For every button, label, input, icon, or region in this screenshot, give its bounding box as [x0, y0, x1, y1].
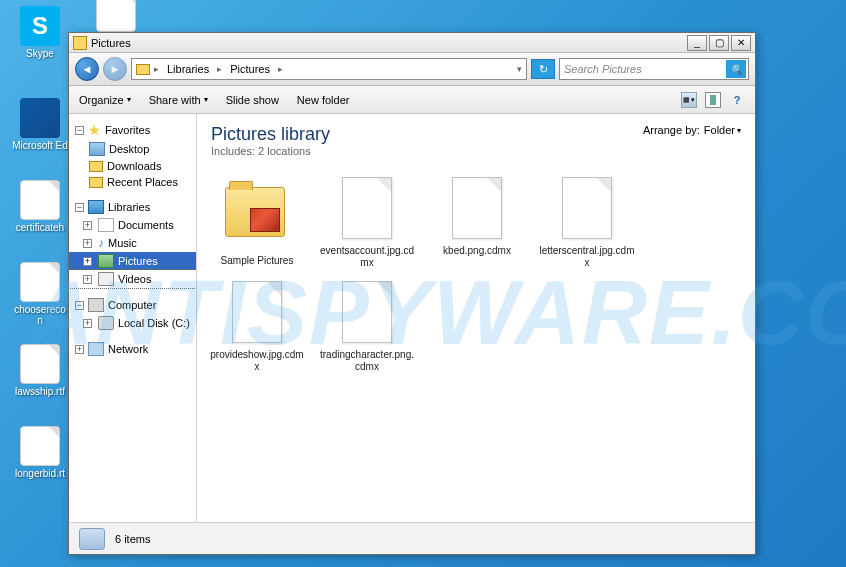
preview-pane-button[interactable] [705, 92, 721, 108]
navbar: ◄ ► ▸ Libraries ▸ Pictures ▸ ▾ ↻ Search … [69, 53, 755, 86]
file-icon [20, 344, 60, 384]
tree-item-desktop[interactable]: Desktop [69, 140, 196, 158]
content-pane: Pictures library Includes: 2 locations A… [197, 114, 755, 522]
tree-favorites[interactable]: − ★ Favorites [69, 120, 196, 140]
libraries-icon [88, 200, 104, 214]
slideshow-button[interactable]: Slide show [226, 94, 279, 106]
expand-icon[interactable]: + [83, 319, 92, 328]
tree-item-downloads[interactable]: Downloads [69, 158, 196, 174]
address-bar[interactable]: ▸ Libraries ▸ Pictures ▸ ▾ [131, 58, 527, 80]
document-icon [98, 218, 114, 232]
folder-icon [136, 64, 150, 75]
file-item[interactable]: eventsaccount.jpg.cdmx [319, 177, 415, 269]
file-thumb-icon [562, 177, 612, 239]
library-title: Pictures library [211, 124, 330, 145]
search-button[interactable]: 🔍 [726, 60, 746, 78]
skype-icon: S [20, 6, 60, 46]
folder-icon [73, 36, 87, 50]
star-icon: ★ [88, 122, 101, 138]
tree-network[interactable]: + Network [69, 340, 196, 358]
refresh-button[interactable]: ↻ [531, 59, 555, 79]
expand-icon[interactable]: + [75, 345, 84, 354]
videos-icon [98, 272, 114, 286]
window-title: Pictures [91, 37, 687, 49]
file-item-folder[interactable]: Sample Pictures [209, 177, 305, 269]
chevron-down-icon[interactable]: ▾ [517, 64, 522, 74]
organize-menu[interactable]: Organize▾ [79, 94, 131, 106]
desktop-icon-doc[interactable] [88, 0, 144, 34]
desktop-icon-doc[interactable]: certificateh [12, 180, 68, 233]
folder-icon [89, 177, 103, 188]
navigation-tree: − ★ Favorites Desktop Downloads Recent P… [69, 114, 197, 522]
file-thumb-icon [452, 177, 502, 239]
close-button[interactable]: ✕ [731, 35, 751, 51]
network-icon [88, 342, 104, 356]
view-button[interactable]: ▦ ▾ [681, 92, 697, 108]
pictures-icon [98, 254, 114, 268]
music-icon: ♪ [98, 236, 104, 250]
desktop-icon-doc[interactable]: longerbid.rt [12, 426, 68, 479]
tree-libraries[interactable]: − Libraries [69, 198, 196, 216]
chevron-right-icon: ▸ [154, 64, 159, 74]
expand-icon[interactable]: + [83, 275, 92, 284]
toolbar: Organize▾ Share with▾ Slide show New fol… [69, 86, 755, 114]
maximize-button[interactable]: ▢ [709, 35, 729, 51]
desktop-icon-skype[interactable]: S Skype [12, 6, 68, 59]
tree-item-recent[interactable]: Recent Places [69, 174, 196, 190]
desktop-icon [89, 142, 105, 156]
file-icon [20, 180, 60, 220]
arrange-label: Arrange by: [643, 124, 700, 136]
desktop-icon-doc[interactable]: chooserecon [12, 262, 68, 326]
computer-icon [88, 298, 104, 312]
folder-thumb-icon [225, 187, 285, 237]
chevron-down-icon: ▾ [127, 95, 131, 104]
tree-item-pictures[interactable]: +Pictures [69, 252, 196, 270]
file-item[interactable]: kbed.png.cdmx [429, 177, 525, 269]
desktop-icon-doc[interactable]: lawsship.rtf [12, 344, 68, 397]
titlebar[interactable]: Pictures _ ▢ ✕ [69, 33, 755, 53]
collapse-icon[interactable]: − [75, 126, 84, 135]
file-icon [96, 0, 136, 32]
expand-icon[interactable]: + [83, 257, 92, 266]
collapse-icon[interactable]: − [75, 301, 84, 310]
forward-button[interactable]: ► [103, 57, 127, 81]
file-thumb-icon [232, 281, 282, 343]
file-item[interactable]: tradingcharacter.png.cdmx [319, 281, 415, 373]
tree-item-localdisk[interactable]: +Local Disk (C:) [69, 314, 196, 332]
share-menu[interactable]: Share with▾ [149, 94, 208, 106]
chevron-down-icon: ▾ [737, 126, 741, 135]
file-thumb-icon [342, 177, 392, 239]
chevron-right-icon: ▸ [217, 64, 222, 74]
tree-computer[interactable]: − Computer [69, 296, 196, 314]
edge-icon [20, 98, 60, 138]
library-subtitle: Includes: 2 locations [211, 145, 330, 157]
tree-item-documents[interactable]: +Documents [69, 216, 196, 234]
desktop-icon-edge[interactable]: Microsoft Ed [12, 98, 68, 151]
newfolder-button[interactable]: New folder [297, 94, 350, 106]
tree-item-videos[interactable]: +Videos [69, 270, 196, 288]
file-icon [20, 262, 60, 302]
chevron-right-icon: ▸ [278, 64, 283, 74]
expand-icon[interactable]: + [83, 221, 92, 230]
tree-item-music[interactable]: +♪Music [69, 234, 196, 252]
status-text: 6 items [115, 533, 150, 545]
pictures-library-icon [79, 528, 105, 550]
chevron-down-icon: ▾ [204, 95, 208, 104]
arrange-by-dropdown[interactable]: Folder ▾ [704, 124, 741, 136]
folder-icon [89, 161, 103, 172]
expand-icon[interactable]: + [83, 239, 92, 248]
breadcrumb-segment[interactable]: Pictures [226, 63, 274, 75]
file-icon [20, 426, 60, 466]
search-placeholder: Search Pictures [564, 63, 642, 75]
file-list[interactable]: Sample Pictures eventsaccount.jpg.cdmx k… [197, 167, 755, 522]
minimize-button[interactable]: _ [687, 35, 707, 51]
file-thumb-icon [342, 281, 392, 343]
breadcrumb-segment[interactable]: Libraries [163, 63, 213, 75]
back-button[interactable]: ◄ [75, 57, 99, 81]
collapse-icon[interactable]: − [75, 203, 84, 212]
search-input[interactable]: Search Pictures 🔍 [559, 58, 749, 80]
statusbar: 6 items [69, 522, 755, 554]
file-item[interactable]: letterscentral.jpg.cdmx [539, 177, 635, 269]
help-button[interactable]: ? [729, 92, 745, 108]
file-item[interactable]: provideshow.jpg.cdmx [209, 281, 305, 373]
